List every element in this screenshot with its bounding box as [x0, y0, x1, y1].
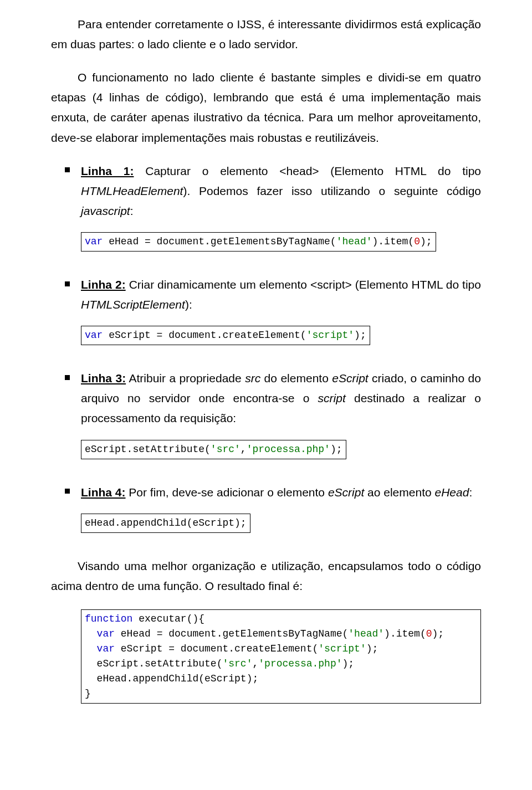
list-item-linha1: Linha 1: Capturar o elemento <head> (Ele… — [51, 161, 481, 221]
linha1-text-c: : — [130, 204, 134, 217]
str-head: 'head' — [348, 628, 384, 639]
code-text: ); — [342, 658, 355, 669]
linha3-text-a: Atribuir a propriedade — [126, 372, 245, 384]
list-item-linha2: Linha 2: Criar dinamicamente um elemento… — [51, 275, 481, 315]
str-script: 'script' — [306, 330, 354, 341]
code-text: ); — [432, 628, 444, 639]
code-box-4: eHead.appendChild(eScript); — [81, 514, 250, 533]
linha2-label: Linha 2: — [81, 278, 126, 291]
linha1-italic-a: HTMLHeadElement — [81, 184, 183, 197]
linha4-italic-b: eHead — [435, 486, 469, 499]
str-proc: 'processa.php' — [247, 444, 330, 455]
code-text: eScript = document.createElement( — [115, 643, 318, 654]
code-text: , — [241, 444, 247, 455]
str-src: 'src' — [222, 658, 252, 669]
linha1-italic-b: javascript — [81, 204, 130, 217]
linha4-italic-a: eScript — [328, 486, 364, 499]
str-src: 'src' — [211, 444, 241, 455]
linha3-text-b: do elemento — [260, 372, 332, 384]
code-text: ).item( — [372, 236, 415, 247]
code-text: } — [85, 688, 91, 699]
linha1-text-a: Capturar o elemento <head> (Elemento HTM… — [134, 165, 481, 177]
bullet-icon — [65, 167, 70, 172]
code-box-3: eScript.setAttribute('src','processa.php… — [81, 440, 346, 459]
code-text: eHead = document.getElementsByTagName( — [115, 628, 348, 639]
code-text — [85, 673, 97, 684]
code-box-final: function executar(){ var eHead = documen… — [81, 609, 481, 704]
kw-var: var — [85, 236, 103, 247]
linha3-label: Linha 3: — [81, 372, 126, 384]
str-script: 'script' — [318, 643, 366, 654]
code-text: ); — [354, 330, 366, 341]
code-text: eScript.setAttribute( — [97, 658, 223, 669]
num-zero: 0 — [426, 628, 432, 639]
kw-func: function — [85, 613, 132, 624]
str-proc: 'processa.php' — [258, 658, 342, 669]
paragraph-intro-1: Para entender corretamente o IJSS, é int… — [51, 14, 481, 54]
code-text: , — [252, 658, 258, 669]
linha4-text-c: : — [469, 486, 472, 499]
code-text: eScript = document.createElement( — [103, 330, 306, 341]
kw-var: var — [85, 330, 103, 341]
bullet-icon — [65, 281, 70, 286]
bullet-icon — [65, 375, 70, 380]
linha4-label: Linha 4: — [81, 486, 126, 499]
code-text — [85, 643, 97, 654]
code-text: eHead = document.getElementsByTagName( — [103, 236, 336, 247]
linha2-italic-a: HTMLScriptElement — [81, 298, 185, 311]
kw-var: var — [97, 628, 115, 639]
list-item-linha3: Linha 3: Atribuir a propriedade src do e… — [51, 368, 481, 428]
code-text: eScript.setAttribute( — [85, 444, 211, 455]
linha2-text-b: ): — [185, 298, 192, 311]
list-item-linha4: Linha 4: Por fim, deve-se adicionar o el… — [51, 483, 481, 502]
linha3-italic-b: eScript — [332, 372, 368, 384]
linha3-italic-a: src — [245, 372, 260, 384]
num-zero: 0 — [414, 236, 420, 247]
linha4-text-b: ao elemento — [364, 486, 434, 499]
linha3-italic-c: script — [318, 392, 346, 404]
code-text: ); — [330, 444, 342, 455]
code-box-1: var eHead = document.getElementsByTagNam… — [81, 232, 436, 252]
code-box-2: var eScript = document.createElement('sc… — [81, 326, 370, 345]
linha4-text-a: Por fim, deve-se adicionar o elemento — [126, 486, 328, 499]
code-text: eHead.appendChild(eScript); — [97, 673, 259, 684]
linha2-text-a: Criar dinamicamente um elemento <script>… — [126, 278, 481, 291]
paragraph-closing: Visando uma melhor organização e utiliza… — [51, 556, 481, 596]
code-text: eHead.appendChild(eScript); — [85, 517, 247, 529]
paragraph-intro-2: O funcionamento no lado cliente é bastan… — [51, 68, 481, 147]
kw-var: var — [97, 643, 115, 654]
code-text: executar(){ — [132, 613, 204, 624]
str-head: 'head' — [336, 236, 372, 247]
bullet-icon — [65, 489, 70, 494]
code-text: ); — [420, 236, 432, 247]
code-text: ); — [366, 643, 378, 654]
linha1-text-b: ). Podemos fazer isso utilizando o segui… — [183, 184, 481, 197]
linha1-label: Linha 1: — [81, 165, 134, 177]
document-page: Para entender corretamente o IJSS, é int… — [0, 0, 532, 790]
code-text — [85, 628, 97, 639]
code-text: ).item( — [384, 628, 426, 639]
code-text — [85, 658, 97, 669]
